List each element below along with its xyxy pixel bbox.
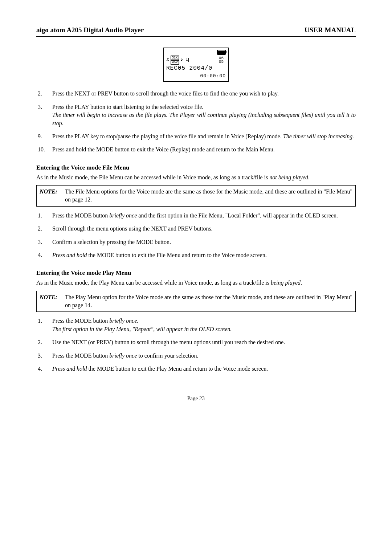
section-title-file-menu: Entering the Voice mode File Menu: [36, 163, 356, 172]
page-header: aigo atom A205 Digital Audio Player USER…: [36, 25, 356, 37]
page-number: Page 23: [36, 395, 356, 402]
list-item: 2. Press the NEXT or PREV button to scro…: [36, 90, 356, 98]
list-item: 1. Press the MODE button briefly once. T…: [36, 317, 356, 333]
list-item: 3. Press the MODE button briefly once to…: [36, 352, 356, 360]
oled-filename: REC05 2004/0: [166, 65, 226, 72]
section-para: As in the Music mode, the Play Menu can …: [36, 279, 356, 287]
note-body: The File Menu options for the Voice mode…: [65, 188, 352, 204]
track-current: 05: [219, 60, 224, 64]
note-label: NOTE:: [40, 188, 65, 204]
list-item: 3. Press the PLAY button to start listen…: [36, 103, 356, 127]
list-item: 1. Press the MODE button briefly once an…: [36, 212, 356, 220]
mode-box: 1: [185, 58, 189, 62]
header-left: aigo atom A205 Digital Audio Player: [36, 25, 144, 35]
section-title-play-menu: Entering the Voice mode Play Menu: [36, 269, 356, 277]
oled-screenshot: ♫ 32K WAV ♪ 1 06 05 REC05 2004/0 00:00:0…: [163, 48, 229, 82]
repeat-icon: ♪: [180, 57, 183, 62]
list-item: 2. Use the NEXT (or PREV) button to scro…: [36, 338, 356, 346]
list-item: 4. Press and hold the MODE button to exi…: [36, 251, 356, 259]
note-box-file-menu: NOTE: The File Menu options for the Voic…: [36, 185, 356, 207]
format-box: WAV: [171, 60, 179, 65]
bitrate-box: 32K: [171, 56, 179, 60]
note-box-play-menu: NOTE: The Play Menu option for the Voice…: [36, 291, 356, 312]
header-right: USER MANUAL: [305, 25, 356, 35]
list-item: 9. Press the PLAY key to stop/pause the …: [36, 133, 356, 140]
section-para: As in the Music mode, the File Menu can …: [36, 174, 356, 182]
list-item: 4. Press and hold the MODE button to exi…: [36, 365, 356, 373]
list-item: 10. Press and hold the MODE button to ex…: [36, 146, 356, 154]
oled-timer: 00:00:00: [166, 74, 226, 79]
instruction-list-3: 1. Press the MODE button briefly once. T…: [36, 317, 356, 373]
note-body: The Play Menu option for the Voice mode …: [65, 293, 352, 310]
list-item: 2. Scroll through the menu options using…: [36, 225, 356, 233]
list-item: 3. Confirm a selection by pressing the M…: [36, 238, 356, 246]
music-note-icon: ♫: [166, 57, 169, 62]
battery-icon: [217, 50, 226, 55]
instruction-list-1: 2. Press the NEXT or PREV button to scro…: [36, 90, 356, 154]
note-label: NOTE:: [40, 293, 65, 310]
instruction-list-2: 1. Press the MODE button briefly once an…: [36, 212, 356, 260]
